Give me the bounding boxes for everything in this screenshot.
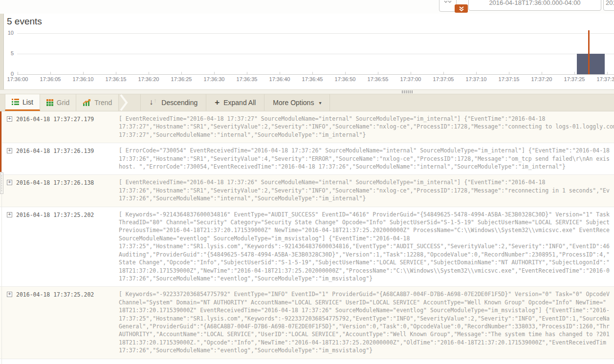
expand-event-icon[interactable]: + xyxy=(7,116,12,122)
trend-icon xyxy=(83,99,91,106)
x-tick-label: 17:37:30 xyxy=(591,76,614,82)
event-row[interactable]: + 2016-04-18 17:37:27.179 [ EventReceive… xyxy=(0,111,614,143)
event-message-line: host. ","ErrorCode":730054,"EventReceive… xyxy=(119,163,614,171)
tab-list[interactable]: List xyxy=(5,94,40,111)
vertical-splitter-handle[interactable] xyxy=(0,172,3,194)
event-timestamp: 2016-04-18 17:37:25.202 xyxy=(16,291,94,298)
events-chart-panel: 5 events 10 5 0 17:36:0017:36:0517:36:10… xyxy=(0,14,614,89)
y-tick-label: 10 xyxy=(0,30,14,36)
x-tick-mark xyxy=(312,72,313,74)
tab-list-label: List xyxy=(22,98,33,106)
event-message-line: 18T21:37:20.171539000Z.","Opcode":"Info"… xyxy=(119,339,614,346)
x-tick-mark xyxy=(83,72,84,74)
topbar: 2016-04-18T17:36:00.000-04:00 2016-0 xyxy=(0,0,614,14)
expand-event-icon[interactable]: + xyxy=(7,292,12,297)
expand-event-icon[interactable]: + xyxy=(7,212,12,217)
event-count-bar[interactable] xyxy=(577,54,605,74)
plus-icon: + xyxy=(215,99,219,106)
event-message-line: SourceModuleName="eventlog" SourceModule… xyxy=(119,235,614,242)
event-message: [ EventReceivedTime="2016-04-18 17:37:26… xyxy=(119,178,614,202)
event-timestamp: 2016-04-18 17:37:26.138 xyxy=(16,179,94,186)
expand-all-button[interactable]: + Expand All xyxy=(206,94,264,111)
expand-event-icon[interactable]: + xyxy=(7,180,12,185)
event-message-line: 17:37:27","Hostname":"SR1","SeverityValu… xyxy=(119,123,614,130)
event-message-line: ThreadID="80" Channel="Security" Categor… xyxy=(119,218,614,226)
x-tick-mark xyxy=(280,72,280,74)
event-message: [ EventReceivedTime="2016-04-18 17:37:27… xyxy=(119,115,614,139)
list-icon xyxy=(12,99,19,105)
tab-grid-label: Grid xyxy=(57,99,69,107)
event-message-line: Auditing","ProviderGuid":"{54849625-5478… xyxy=(119,251,614,258)
event-message: [ ErrorCode="730054" EventReceivedTime="… xyxy=(119,147,614,171)
more-options-label: More Options xyxy=(273,99,314,107)
time-from-input[interactable]: 2016-04-18T17:36:00.000-04:00 xyxy=(468,0,601,11)
y-tick-label: 5 xyxy=(0,50,14,56)
x-tick-label: 17:36:05 xyxy=(34,76,66,82)
event-message-line: 18T21:37:20.171539000Z","NewTime":"2016-… xyxy=(119,267,614,275)
x-axis-line xyxy=(17,74,614,75)
time-to-input[interactable]: 2016-0 xyxy=(603,0,614,11)
x-tick-label: 17:36:25 xyxy=(165,76,197,82)
event-message-line: [ Keywords="-9214364837600034816" EventT… xyxy=(119,211,614,218)
grid-icon xyxy=(46,99,53,106)
event-message-line: 17:37:27","SourceModuleName":"internal",… xyxy=(119,131,614,139)
x-tick-label: 17:37:25 xyxy=(558,76,591,82)
time-to-value: 2016-0 xyxy=(606,0,614,6)
x-tick-mark xyxy=(18,72,18,74)
x-tick-label: 17:36:45 xyxy=(296,76,329,82)
x-tick-label: 17:36:20 xyxy=(132,76,165,82)
event-message-line: 17:37:25","Hostname":"SR1.lysis.com","Ke… xyxy=(119,315,614,322)
tab-trend-label: Trend xyxy=(94,99,112,107)
x-tick-mark xyxy=(214,72,215,74)
event-message-line: [ Keywords="-9223372036854775792" EventT… xyxy=(119,290,614,298)
event-message-line: 17:37:26","Hostname":"SR1","SeverityValu… xyxy=(119,155,614,163)
event-message-line: [ ErrorCode="730054" EventReceivedTime="… xyxy=(119,147,614,154)
event-message-line: [ EventReceivedTime="2016-04-18 17:37:26… xyxy=(119,178,614,186)
divider xyxy=(329,94,330,111)
horizontal-splitter[interactable] xyxy=(0,89,614,94)
event-message-line: PreviousTime="2016-04-18T21:37:20.171539… xyxy=(119,226,614,234)
events-count-title: 5 events xyxy=(7,16,42,27)
x-tick-mark xyxy=(509,72,509,74)
tab-trend[interactable]: Trend xyxy=(76,94,119,111)
column-dropdown-button[interactable] xyxy=(439,0,457,12)
event-row[interactable]: + 2016-04-18 17:37:26.139 [ ErrorCode="7… xyxy=(0,143,614,175)
x-tick-label: 17:36:40 xyxy=(263,76,296,82)
x-tick-mark xyxy=(116,72,116,74)
x-tick-label: 17:36:30 xyxy=(198,76,230,82)
scroll-position-indicator xyxy=(0,111,1,172)
time-from-value: 2016-04-18T17:36:00.000-04:00 xyxy=(489,0,580,6)
view-tabs: List Grid Trend xyxy=(5,94,119,111)
caret-down-icon: ▾ xyxy=(319,100,321,106)
toolbar-buttons: ↓↑ Descending + Expand All More Options … xyxy=(140,94,330,111)
results-toolbar: List Grid Trend xyxy=(0,94,614,111)
gridline-10 xyxy=(17,33,614,34)
sort-descending-button[interactable]: ↓↑ Descending xyxy=(141,94,206,111)
expand-event-icon[interactable]: + xyxy=(7,148,12,153)
x-tick-label: 17:36:55 xyxy=(362,76,394,82)
event-message-line: State Change","Opcode":"Info","SubjectUs… xyxy=(119,258,614,266)
gridline-5 xyxy=(17,54,614,54)
tab-grid[interactable]: Grid xyxy=(40,94,76,111)
x-tick-mark xyxy=(181,72,182,74)
x-tick-mark xyxy=(378,72,378,74)
x-tick-mark xyxy=(247,72,247,74)
event-row[interactable]: + 2016-04-18 17:37:25.202 [ Keywords="-9… xyxy=(0,287,614,359)
x-tick-label: 17:37:05 xyxy=(427,76,460,82)
event-row[interactable]: + 2016-04-18 17:37:25.202 [ Keywords="-9… xyxy=(0,207,614,287)
more-options-button[interactable]: More Options ▾ xyxy=(264,94,329,111)
sort-descending-icon: ↓↑ xyxy=(149,98,157,107)
event-message-line: 17:37:25","Hostname":"SR1.lysis.com","Ke… xyxy=(119,242,614,250)
expand-panel-button[interactable] xyxy=(455,4,468,13)
x-tick-mark xyxy=(345,72,346,74)
x-tick-mark xyxy=(411,72,411,74)
event-timestamp: 2016-04-18 17:37:25.202 xyxy=(16,212,94,218)
splitter-grip-icon xyxy=(402,90,413,93)
event-timestamp: 2016-04-18 17:37:26.139 xyxy=(16,148,94,154)
event-row[interactable]: + 2016-04-18 17:37:26.138 [ EventReceive… xyxy=(0,175,614,207)
event-message-line: 18T21:37:20.171539000Z" EventReceivedTim… xyxy=(119,306,614,314)
sort-descending-label: Descending xyxy=(161,99,197,107)
event-message-line: AUTHORITY","AccountName":"LOCAL SERVICE"… xyxy=(119,330,614,338)
event-message: [ Keywords="-9214364837600034816" EventT… xyxy=(119,211,614,283)
x-tick-label: 17:37:20 xyxy=(526,76,558,82)
